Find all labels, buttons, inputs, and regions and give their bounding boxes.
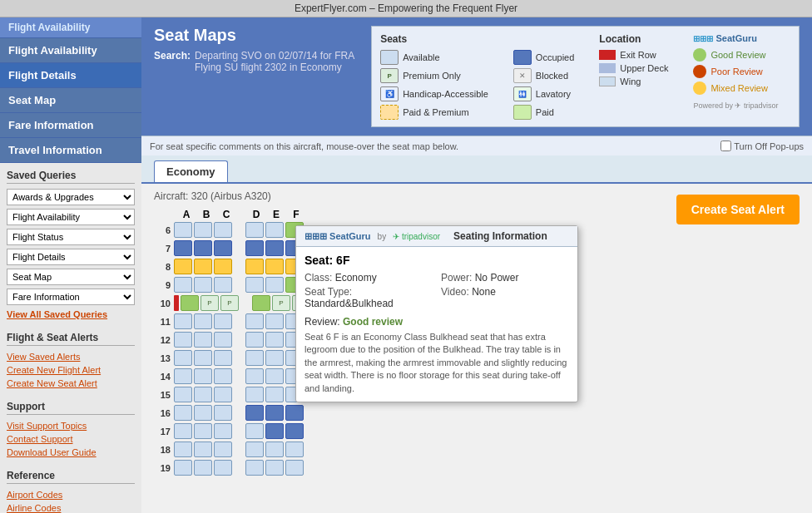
seat-16F[interactable] xyxy=(285,405,304,421)
seat-8E[interactable] xyxy=(265,259,284,274)
seat-9D[interactable] xyxy=(245,277,264,293)
seat-14A[interactable] xyxy=(174,368,192,384)
seat-19A[interactable] xyxy=(174,460,192,476)
seat-16C[interactable] xyxy=(214,405,232,421)
seat-16A[interactable] xyxy=(174,405,192,421)
view-saved-alerts-link[interactable]: View Saved Alerts xyxy=(7,351,135,363)
awards-upgrades-select[interactable]: Awards & Upgrades xyxy=(7,189,135,205)
seat-9E[interactable] xyxy=(265,277,284,293)
seat-17C[interactable] xyxy=(214,423,232,439)
create-new-flight-alert-link[interactable]: Create New Flight Alert xyxy=(7,364,135,376)
visit-support-topics-link[interactable]: Visit Support Topics xyxy=(7,420,135,432)
seat-10C[interactable]: P xyxy=(220,295,239,311)
seat-12C[interactable] xyxy=(214,332,232,348)
seat-15E[interactable] xyxy=(265,387,284,402)
seat-14B[interactable] xyxy=(194,368,212,384)
seat-9A[interactable] xyxy=(174,277,192,293)
seat-18D[interactable] xyxy=(245,441,264,457)
seat-19C[interactable] xyxy=(214,460,232,476)
airline-codes-link[interactable]: Airline Codes xyxy=(7,502,135,513)
seats-legend-title: Seats xyxy=(380,33,488,45)
seat-11A[interactable] xyxy=(174,313,192,329)
seat-12E[interactable] xyxy=(265,332,284,348)
seat-18E[interactable] xyxy=(265,441,284,457)
seat-16B[interactable] xyxy=(194,405,212,421)
seat-8A[interactable] xyxy=(174,259,192,274)
seat-13A[interactable] xyxy=(174,350,192,366)
seat-18A[interactable] xyxy=(174,441,192,457)
seat-15C[interactable] xyxy=(214,387,232,402)
seat-15A[interactable] xyxy=(174,387,192,402)
seat-19D[interactable] xyxy=(245,460,264,476)
seat-12B[interactable] xyxy=(194,332,212,348)
seat-19E[interactable] xyxy=(265,460,284,476)
popup-toggle-checkbox[interactable] xyxy=(720,141,731,151)
sidebar-item-flight-details[interactable]: Flight Details xyxy=(0,63,141,88)
seat-16E[interactable] xyxy=(265,405,284,421)
seat-19B[interactable] xyxy=(194,460,212,476)
seat-12A[interactable] xyxy=(174,332,192,348)
legend-exit-row: Exit Row xyxy=(599,50,668,60)
seat-10E[interactable]: P xyxy=(272,295,290,311)
popup-toggle-label[interactable]: Turn Off Pop-ups xyxy=(734,141,804,151)
seat-17A[interactable] xyxy=(174,423,192,439)
seat-7B[interactable] xyxy=(194,240,212,256)
seat-17E[interactable] xyxy=(265,423,284,439)
seat-10A[interactable] xyxy=(181,295,199,311)
tab-economy[interactable]: Economy xyxy=(154,160,228,182)
airport-codes-link[interactable]: Airport Codes xyxy=(7,489,135,501)
legend-upper-deck: Upper Deck xyxy=(599,63,668,73)
seat-12D[interactable] xyxy=(245,332,264,348)
seat-7E[interactable] xyxy=(265,240,284,256)
seat-7C[interactable] xyxy=(214,240,232,256)
seat-11E[interactable] xyxy=(265,313,284,329)
seat-18B[interactable] xyxy=(194,441,212,457)
flight-status-select[interactable]: Flight Status xyxy=(7,229,135,245)
sidebar-item-seat-map[interactable]: Seat Map xyxy=(0,88,141,113)
seat-6B[interactable] xyxy=(194,222,212,238)
seat-11C[interactable] xyxy=(214,313,232,329)
sidebar-item-fare-information[interactable]: Fare Information xyxy=(0,113,141,138)
contact-support-link[interactable]: Contact Support xyxy=(7,433,135,445)
seat-13D[interactable] xyxy=(245,350,264,366)
seat-18F[interactable] xyxy=(285,441,304,457)
seat-13C[interactable] xyxy=(214,350,232,366)
seat-8C[interactable] xyxy=(214,259,232,274)
seat-17B[interactable] xyxy=(194,423,212,439)
seat-10D[interactable] xyxy=(252,295,270,311)
seat-13B[interactable] xyxy=(194,350,212,366)
seat-17D[interactable] xyxy=(245,423,264,439)
flight-availability-select[interactable]: Flight Availability xyxy=(7,209,135,225)
seat-9C[interactable] xyxy=(214,277,232,293)
create-new-seat-alert-link[interactable]: Create New Seat Alert xyxy=(7,377,135,389)
seat-18C[interactable] xyxy=(214,441,232,457)
seat-14E[interactable] xyxy=(265,368,284,384)
seat-19F[interactable] xyxy=(285,460,304,476)
seat-7A[interactable] xyxy=(174,240,192,256)
seat-7D[interactable] xyxy=(245,240,264,256)
seat-11D[interactable] xyxy=(245,313,264,329)
seat-8D[interactable] xyxy=(245,259,264,274)
seat-6C[interactable] xyxy=(214,222,232,238)
seat-13E[interactable] xyxy=(265,350,284,366)
flight-details-select[interactable]: Flight Details xyxy=(7,249,135,265)
seat-11B[interactable] xyxy=(194,313,212,329)
sidebar-item-travel-information[interactable]: Travel Information xyxy=(0,138,141,163)
seat-14C[interactable] xyxy=(214,368,232,384)
download-user-guide-link[interactable]: Download User Guide xyxy=(7,446,135,458)
seat-6E[interactable] xyxy=(265,222,284,238)
seat-8B[interactable] xyxy=(194,259,212,274)
seat-17F[interactable] xyxy=(285,423,304,439)
seat-6D[interactable] xyxy=(245,222,264,238)
seat-map-select[interactable]: Seat Map xyxy=(7,269,135,285)
seat-15D[interactable] xyxy=(245,387,264,402)
seat-9B[interactable] xyxy=(194,277,212,293)
seat-15B[interactable] xyxy=(194,387,212,402)
seat-10B[interactable]: P xyxy=(201,295,219,311)
seat-16D[interactable] xyxy=(245,405,264,421)
view-all-saved-queries-link[interactable]: View All Saved Queries xyxy=(7,308,135,320)
fare-information-select[interactable]: Fare Information xyxy=(7,289,135,305)
seat-6A[interactable] xyxy=(174,222,192,238)
sidebar-item-flight-status[interactable]: Flight Availability xyxy=(0,38,141,63)
seat-14D[interactable] xyxy=(245,368,264,384)
